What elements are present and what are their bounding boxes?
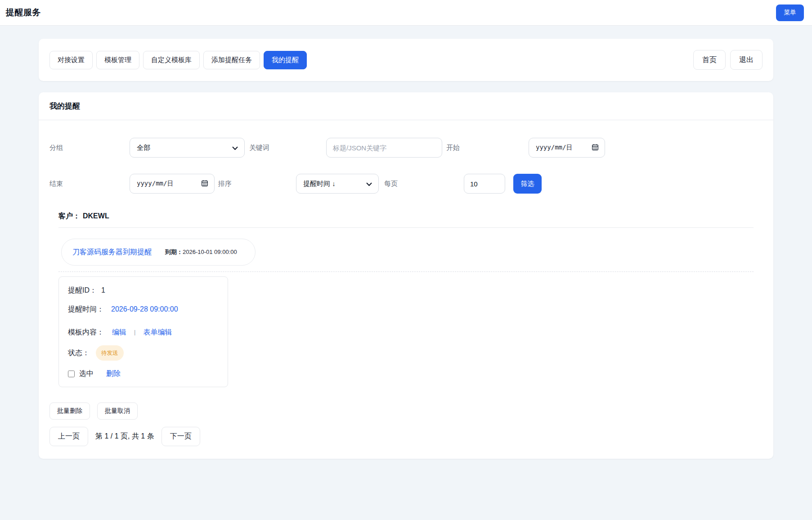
form-edit-link[interactable]: 表单编辑 bbox=[143, 326, 172, 338]
end-label: 结束 bbox=[49, 180, 130, 188]
panel-header: 我的提醒 bbox=[39, 92, 773, 120]
tab-my-reminders[interactable]: 我的提醒 bbox=[264, 51, 307, 69]
tab-add-reminder-task[interactable]: 添加提醒任务 bbox=[203, 51, 260, 69]
next-page-button[interactable]: 下一页 bbox=[162, 427, 200, 446]
panel-title: 我的提醒 bbox=[49, 102, 80, 110]
reminder-detail-card: 提醒ID： 1 提醒时间： 2026-09-28 09:00:00 模板内容： … bbox=[58, 276, 228, 387]
reminder-id-value: 1 bbox=[101, 285, 105, 296]
link-separator: | bbox=[134, 326, 135, 338]
reminder-time-link[interactable]: 2026-09-28 09:00:00 bbox=[111, 303, 178, 315]
chevron-down-icon bbox=[232, 144, 238, 152]
batch-delete-button[interactable]: 批量删除 bbox=[49, 402, 90, 420]
expire-value: 2026-10-01 09:00:00 bbox=[183, 249, 237, 255]
template-content-label: 模板内容： bbox=[68, 326, 104, 338]
status-row: 状态： 待发送 bbox=[68, 345, 219, 361]
pagination: 上一页 第 1 / 1 页, 共 1 条 下一页 bbox=[49, 427, 763, 446]
status-badge: 待发送 bbox=[96, 345, 124, 361]
sort-select[interactable]: 提醒时间 ↓ bbox=[296, 174, 379, 194]
logout-button[interactable]: 退出 bbox=[730, 50, 763, 70]
reminder-title-link[interactable]: 刀客源码服务器到期提醒 bbox=[72, 248, 152, 257]
customer-label: 客户： bbox=[58, 212, 80, 220]
filter-row-1: 分组 全部 关键词 开始 yyyy/mm/日 bbox=[49, 138, 763, 158]
app-title: 提醒服务 bbox=[6, 7, 41, 18]
nav-right-group: 首页 退出 bbox=[693, 50, 763, 70]
keyword-input[interactable] bbox=[326, 138, 442, 158]
reminder-id-row: 提醒ID： 1 bbox=[68, 285, 219, 296]
reminder-time-row: 提醒时间： 2026-09-28 09:00:00 bbox=[68, 303, 219, 315]
customer-name: DKEWL bbox=[83, 212, 109, 220]
sort-select-value: 提醒时间 ↓ bbox=[303, 180, 336, 188]
reminder-id-label: 提醒ID： bbox=[68, 285, 97, 296]
group-select[interactable]: 全部 bbox=[130, 138, 245, 158]
chevron-down-icon bbox=[366, 180, 372, 188]
reminder-time-label: 提醒时间： bbox=[68, 303, 104, 315]
end-date-placeholder: yyyy/mm/日 bbox=[137, 180, 173, 188]
topbar: 提醒服务 菜单 bbox=[0, 0, 812, 26]
batch-actions: 批量删除 批量取消 bbox=[49, 402, 763, 420]
calendar-icon[interactable] bbox=[201, 180, 208, 188]
sort-label: 排序 bbox=[218, 180, 296, 188]
nav-card: 对接设置 模板管理 自定义模板库 添加提醒任务 我的提醒 首页 退出 bbox=[39, 39, 773, 81]
batch-cancel-button[interactable]: 批量取消 bbox=[97, 402, 138, 420]
menu-button[interactable]: 菜单 bbox=[776, 5, 804, 21]
per-page-label: 每页 bbox=[384, 180, 464, 188]
template-links: 编辑 | 表单编辑 bbox=[112, 326, 172, 338]
select-row: 选中 删除 bbox=[68, 368, 219, 380]
dashed-divider bbox=[58, 271, 754, 272]
customer-heading: 客户：DKEWL bbox=[58, 212, 754, 221]
start-date-placeholder: yyyy/mm/日 bbox=[536, 144, 572, 152]
end-date-input[interactable]: yyyy/mm/日 bbox=[130, 174, 215, 194]
tab-integration-settings[interactable]: 对接设置 bbox=[49, 51, 93, 69]
results-section: 客户：DKEWL 刀客源码服务器到期提醒 到期：2026-10-01 09:00… bbox=[39, 212, 773, 387]
filter-form: 分组 全部 关键词 开始 yyyy/mm/日 bbox=[39, 120, 773, 194]
template-content-row: 模板内容： 编辑 | 表单编辑 bbox=[68, 326, 219, 338]
group-select-value: 全部 bbox=[137, 144, 150, 152]
customer-divider bbox=[58, 227, 754, 228]
select-label: 选中 bbox=[79, 368, 94, 380]
status-label: 状态： bbox=[68, 347, 90, 359]
calendar-icon[interactable] bbox=[592, 144, 599, 152]
filter-row-2: 结束 yyyy/mm/日 排序 bbox=[49, 174, 763, 194]
filter-button[interactable]: 筛选 bbox=[513, 174, 542, 194]
page-info: 第 1 / 1 页, 共 1 条 bbox=[95, 432, 154, 441]
prev-page-button[interactable]: 上一页 bbox=[49, 427, 88, 446]
my-reminders-panel: 我的提醒 分组 全部 关键词 开始 yyyy/mm/日 bbox=[39, 92, 773, 459]
expire-label: 到期： bbox=[165, 249, 183, 255]
start-label: 开始 bbox=[446, 144, 529, 152]
home-button[interactable]: 首页 bbox=[693, 50, 726, 70]
start-date-input[interactable]: yyyy/mm/日 bbox=[529, 138, 605, 158]
tab-template-management[interactable]: 模板管理 bbox=[96, 51, 139, 69]
group-label: 分组 bbox=[49, 144, 130, 152]
delete-link[interactable]: 删除 bbox=[106, 368, 121, 380]
keyword-label: 关键词 bbox=[249, 144, 326, 152]
edit-link[interactable]: 编辑 bbox=[112, 326, 126, 338]
select-checkbox[interactable] bbox=[68, 371, 75, 377]
tab-custom-template-library[interactable]: 自定义模板库 bbox=[143, 51, 200, 69]
per-page-input[interactable] bbox=[464, 174, 505, 194]
reminder-expire: 到期：2026-10-01 09:00:00 bbox=[165, 248, 237, 256]
reminder-pill: 刀客源码服务器到期提醒 到期：2026-10-01 09:00:00 bbox=[61, 239, 256, 266]
